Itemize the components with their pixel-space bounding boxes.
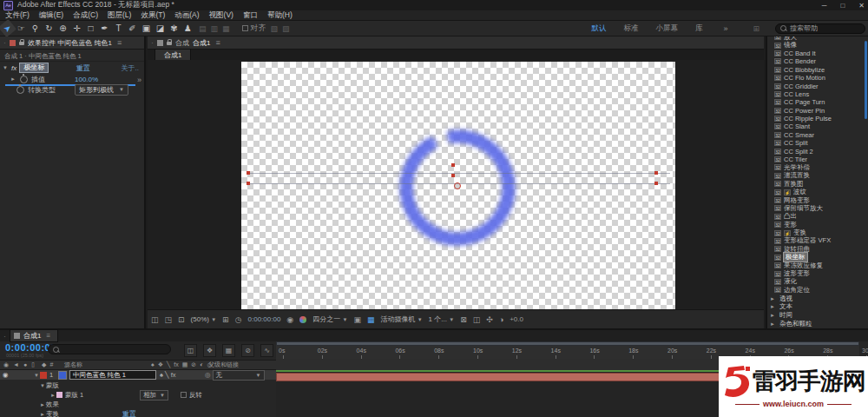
switch-column-icon-3[interactable]: fx — [174, 361, 178, 368]
switch-column-icon-5[interactable]: ⊘ — [191, 361, 196, 368]
transform-group-row[interactable]: ► 变换 重置 — [0, 409, 276, 417]
effect-item-镜像[interactable]: 32镜像 — [767, 41, 868, 49]
workspace-tab-小屏幕[interactable]: 小屏幕 — [655, 23, 678, 34]
effect-item-边角定位[interactable]: 32边角定位 — [767, 286, 868, 294]
switch-column-icon-2[interactable]: ╲ — [167, 361, 170, 368]
effect-item-液化[interactable]: 32液化 — [767, 278, 868, 286]
label-color-swatch[interactable] — [40, 372, 47, 379]
roto-brush-tool-icon[interactable]: ✾ — [168, 22, 181, 35]
mask-vertex-handle[interactable] — [654, 182, 658, 185]
mask-color-swatch[interactable] — [56, 392, 62, 398]
always-preview-icon[interactable]: ◫ — [151, 315, 159, 324]
composition-viewer[interactable] — [148, 60, 764, 309]
effect-item-旋转扭曲[interactable]: 32旋转扭曲 — [767, 245, 868, 253]
help-search-box[interactable]: 搜索帮助 — [775, 23, 865, 34]
timeline-toggle-icon-2[interactable]: ▦ — [222, 344, 235, 357]
switch-column-icon-1[interactable]: ❖ — [158, 361, 163, 368]
effect-reset-link[interactable]: 重置 — [76, 63, 90, 73]
eye-icon[interactable]: ◉ — [0, 371, 11, 379]
mask-vertex-handle[interactable] — [654, 171, 658, 175]
align-checkbox[interactable] — [242, 25, 248, 31]
unified-camera-tool-icon[interactable]: ⊕ — [56, 22, 69, 35]
menu-item-E[interactable]: 编辑(E) — [39, 10, 63, 21]
effect-item-CC Tiler[interactable]: 32CC Tiler — [767, 156, 868, 163]
pan-behind-tool-icon[interactable]: ✛ — [70, 22, 83, 35]
anchor-point[interactable] — [454, 182, 461, 189]
brush-tool-icon[interactable]: ✐ — [126, 22, 139, 35]
align-control[interactable]: 对齐 — [242, 23, 266, 34]
pixel-aspect-icon[interactable]: ⊠ — [460, 315, 467, 324]
source-name-column[interactable]: 源名称 — [64, 361, 151, 369]
close-button[interactable]: ✕ — [858, 2, 865, 10]
timeline-button-icon[interactable]: ✣ — [486, 315, 493, 324]
effect-item-CC Slant[interactable]: 32CC Slant — [767, 122, 868, 130]
region-of-interest-icon[interactable]: ▣ — [353, 315, 361, 324]
effect-item-变换[interactable]: 32⚡变换 — [767, 228, 868, 236]
magnification-icon[interactable]: ⊡ — [178, 315, 185, 324]
exposure-value[interactable]: +0.0 — [510, 315, 523, 323]
toolbar-extra-icon-1[interactable]: ▨ — [282, 24, 290, 33]
layer-switches[interactable]: ♠ ╲ fx — [160, 371, 205, 379]
workspace-tab-标准[interactable]: 标准 — [623, 23, 638, 34]
effect-item-凸出[interactable]: 32凸出 — [767, 213, 868, 221]
layer-expander[interactable]: ▼ — [34, 373, 40, 378]
axis-mode-icon-1[interactable]: ▥ — [211, 24, 219, 33]
av-column-icon-2[interactable]: ● — [23, 361, 27, 368]
effect-item-CC Blobbylize[interactable]: 32CC Blobbylize — [767, 66, 868, 74]
group-expander[interactable]: ▼ — [40, 383, 46, 388]
timeline-toggle-icon-3[interactable]: ⊘ — [241, 344, 254, 357]
effects-group-row[interactable]: ► 效果 — [0, 400, 276, 409]
axis-mode-icon-2[interactable]: ▦ — [222, 24, 230, 33]
parent-link-column[interactable]: 父级和链接 — [208, 361, 239, 369]
timeline-toggle-icon-1[interactable]: ❖ — [203, 344, 216, 357]
show-channel-icon[interactable] — [299, 316, 306, 323]
effect-item-CC Split[interactable]: 32CC Split — [767, 139, 868, 147]
mask-vertex-handle[interactable] — [451, 163, 455, 167]
layer-name-field[interactable]: 中间色蓝色 纯色 1 — [69, 370, 156, 380]
puppet-pin-tool-icon[interactable]: ♟ — [181, 22, 194, 35]
invert-checkbox[interactable] — [181, 392, 187, 398]
conversion-type-dropdown[interactable]: 矩形到极线 ▼ — [75, 84, 128, 96]
effect-item-CC Griddler[interactable]: 32CC Griddler — [767, 82, 868, 89]
effect-about-link[interactable]: 关于.. — [122, 63, 139, 73]
effect-item-CC Split 2[interactable]: 32CC Split 2 — [767, 147, 868, 155]
type-tool-icon[interactable]: T — [112, 22, 125, 35]
masks-group-row[interactable]: ▼ 蒙版 — [0, 381, 276, 390]
zoom-tool-icon[interactable]: ⚲ — [29, 22, 42, 35]
effect-item-CC Ripple Pulse[interactable]: 32CC Ripple Pulse — [767, 115, 868, 122]
label-column-icon[interactable]: ◆ — [42, 361, 46, 368]
menu-item-F[interactable]: 文件(F) — [5, 10, 30, 21]
menu-item-H[interactable]: 帮助(H) — [267, 10, 293, 21]
panel-menu-icon[interactable]: ≡ — [215, 38, 220, 47]
stopwatch-icon[interactable] — [16, 86, 24, 94]
effect-category-时间[interactable]: ►时间 — [767, 311, 868, 320]
resolution-dropdown[interactable]: 四分之一 ▼ — [312, 314, 347, 324]
switch-column-icon-6[interactable]: ◐ — [200, 361, 203, 368]
rotation-tool-icon[interactable]: ↻ — [43, 22, 56, 35]
timeline-toggle-icon-4[interactable]: ∿ — [260, 344, 273, 357]
effect-item-湍流置换[interactable]: 32湍流置换 — [767, 172, 868, 180]
stopwatch-icon[interactable] — [20, 76, 28, 83]
group-expander[interactable]: ► — [40, 402, 46, 407]
effect-item-变形[interactable]: 32变形 — [767, 221, 868, 228]
mask-vertex-handle[interactable] — [451, 174, 455, 177]
effect-item-极坐标[interactable]: 32极坐标 — [767, 254, 868, 261]
mask-visibility-icon[interactable]: ◷ — [235, 315, 242, 324]
clone-stamp-tool-icon[interactable]: ▣ — [140, 22, 153, 35]
effect-controls-tab[interactable]: · 效果控件 中间色蓝色 纯色1 ≡ — [0, 36, 144, 50]
effect-item-置换图[interactable]: 32置换图 — [767, 180, 868, 188]
scrollbar[interactable] — [865, 41, 867, 119]
mask-mode-dropdown[interactable]: 相加 ▼ — [140, 390, 168, 400]
av-column-icon-3[interactable]: ▯ — [31, 361, 35, 368]
snapshot-icon[interactable]: ◉ — [286, 315, 293, 324]
transparency-grid-icon[interactable]: ▦ — [367, 315, 375, 324]
mask-name[interactable]: 蒙版 1 — [65, 391, 117, 400]
timeline-toggle-icon-0[interactable]: ◫ — [184, 344, 197, 357]
index-column-icon[interactable]: # — [49, 361, 53, 368]
effect-item-网格变形[interactable]: 32网格变形 — [767, 196, 868, 204]
hand-tool-icon[interactable]: ☞ — [15, 22, 28, 35]
toolbar-extra-icon-0[interactable]: ▧ — [271, 24, 279, 33]
effect-item-CC Power Pin[interactable]: 32CC Power Pin — [767, 107, 868, 115]
workspace-tab-默认[interactable]: 默认 — [591, 23, 606, 34]
effect-item-CC Band It[interactable]: 32CC Band It — [767, 50, 868, 57]
